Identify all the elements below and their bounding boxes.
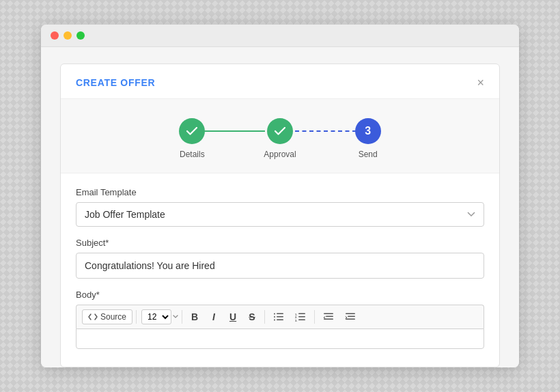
- dot-yellow[interactable]: [64, 31, 72, 40]
- checkmark-icon-2: [275, 127, 285, 135]
- step-circle-send: 3: [355, 118, 381, 144]
- subject-label: Subject*: [76, 238, 484, 248]
- body-label: Body*: [76, 290, 484, 300]
- titlebar: [41, 25, 519, 47]
- step-circle-approval: [267, 118, 293, 144]
- indent-icon: [345, 312, 356, 322]
- svg-rect-13: [326, 316, 333, 318]
- svg-rect-17: [346, 319, 355, 320]
- email-template-group: Email Template Job Offer Template: [76, 187, 484, 227]
- bullet-list-icon: [273, 312, 284, 322]
- svg-rect-5: [277, 320, 283, 321]
- source-icon: [88, 313, 98, 320]
- step-approval: Approval: [264, 118, 296, 159]
- strikethrough-button[interactable]: S: [243, 309, 261, 324]
- svg-rect-7: [298, 313, 305, 315]
- svg-rect-9: [298, 316, 305, 318]
- separator-4: [314, 310, 315, 324]
- bullet-list-button[interactable]: [268, 309, 289, 324]
- step-circle-details: [179, 118, 205, 144]
- svg-rect-3: [277, 316, 283, 318]
- step-line-1: [204, 130, 265, 132]
- numbered-list-icon: 1. 2. 3.: [295, 312, 306, 322]
- font-size-select[interactable]: 12: [141, 309, 171, 324]
- step-label-send: Send: [359, 150, 378, 159]
- separator-2: [182, 310, 182, 324]
- separator-3: [264, 310, 265, 324]
- svg-text:3.: 3.: [295, 319, 297, 322]
- chevron-down-icon: [173, 315, 178, 319]
- step-details: Details: [179, 118, 205, 159]
- modal-title: CREATE OFFER: [76, 77, 155, 88]
- svg-rect-12: [324, 313, 333, 315]
- step-label-details: Details: [180, 150, 205, 159]
- close-button[interactable]: ×: [477, 76, 484, 89]
- italic-button[interactable]: I: [205, 309, 223, 324]
- svg-rect-15: [346, 313, 355, 315]
- outdent-icon: [323, 312, 334, 322]
- editor-toolbar: Source 12 B: [76, 305, 484, 328]
- stepper: Details Approval 3: [61, 99, 499, 173]
- dot-green[interactable]: [76, 31, 85, 40]
- subject-group: Subject*: [76, 238, 484, 279]
- modal-body: Email Template Job Offer Template Subjec…: [61, 173, 499, 367]
- modal-header: CREATE OFFER ×: [61, 64, 499, 99]
- svg-rect-16: [348, 316, 355, 318]
- underline-button[interactable]: U: [224, 309, 242, 324]
- numbered-list-button[interactable]: 1. 2. 3.: [290, 309, 311, 324]
- svg-rect-0: [274, 313, 275, 315]
- step-label-approval: Approval: [264, 150, 296, 159]
- modal: CREATE OFFER × Details: [60, 64, 500, 367]
- app-window: CREATE OFFER × Details: [41, 25, 519, 367]
- bold-button[interactable]: B: [186, 309, 204, 324]
- editor-area[interactable]: [76, 328, 484, 349]
- separator-1: [136, 310, 137, 324]
- svg-rect-11: [298, 320, 305, 321]
- email-template-select[interactable]: Job Offer Template: [76, 202, 484, 227]
- svg-rect-1: [277, 313, 283, 315]
- svg-rect-4: [274, 320, 275, 321]
- dot-red[interactable]: [51, 31, 59, 40]
- body-group: Body* Source 12: [76, 290, 484, 349]
- checkmark-icon: [186, 127, 197, 135]
- step-line-2: [295, 130, 356, 132]
- indent-button[interactable]: [340, 309, 361, 324]
- subject-input[interactable]: [76, 253, 484, 279]
- email-template-label: Email Template: [76, 187, 484, 197]
- source-label: Source: [100, 312, 126, 322]
- modal-container: CREATE OFFER × Details: [41, 47, 519, 367]
- step-send: 3 Send: [355, 118, 381, 159]
- outdent-button[interactable]: [318, 309, 339, 324]
- svg-rect-2: [274, 316, 275, 318]
- source-button[interactable]: Source: [82, 309, 132, 324]
